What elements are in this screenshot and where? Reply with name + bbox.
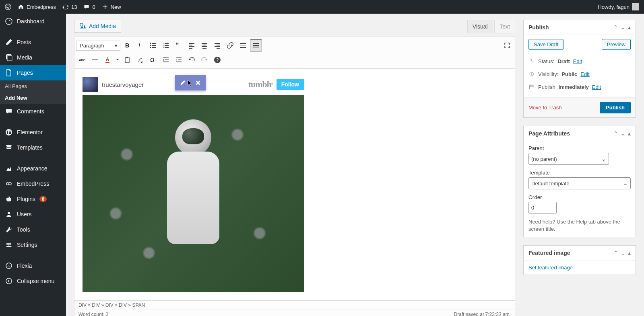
sidebar-item-plugins[interactable]: Plugins8 [0, 191, 66, 207]
readmore-button[interactable] [237, 39, 249, 51]
howdy-link[interactable]: Howdy, fagun [598, 3, 639, 10]
outdent-button[interactable] [160, 54, 172, 66]
edit-publish-link[interactable]: Edit [592, 84, 601, 90]
svg-rect-30 [165, 47, 169, 48]
sidebar-item-appearance[interactable]: Appearance [0, 161, 66, 176]
preview-button[interactable]: Preview [602, 39, 631, 50]
visual-tab[interactable]: Visual [467, 20, 493, 33]
svg-rect-47 [253, 43, 255, 44]
bold-button[interactable]: B [121, 39, 133, 51]
move-down-icon[interactable]: ⌄ [621, 24, 625, 31]
move-up-icon[interactable]: ⌃ [613, 130, 618, 137]
editor-toolbar: Paragraph B I 123 " ABC A [74, 37, 515, 68]
embed-avatar [83, 77, 98, 92]
cursor-icon [186, 80, 194, 87]
link-button[interactable] [224, 39, 236, 51]
order-input[interactable] [528, 202, 557, 213]
strikethrough-button[interactable]: ABC [76, 54, 88, 66]
svg-rect-41 [217, 45, 220, 45]
sidebar-item-settings[interactable]: Settings [0, 237, 66, 252]
hr-button[interactable] [89, 54, 101, 66]
calendar-icon [528, 84, 535, 90]
editor-body[interactable]: truestarvoyager tumblr Follow [74, 68, 515, 301]
word-count: Word count: 2 [78, 312, 108, 316]
sidebar-collapse[interactable]: Collapse menu [0, 273, 66, 289]
sidebar-item-users[interactable]: Users [0, 207, 66, 222]
sidebar-item-media[interactable]: Media [0, 50, 66, 65]
follow-button[interactable]: Follow [277, 79, 304, 90]
move-down-icon[interactable]: ⌄ [621, 130, 625, 137]
bullet-list-button[interactable] [147, 39, 159, 51]
sidebar-item-dashboard[interactable]: Dashboard [0, 14, 66, 29]
format-select[interactable]: Paragraph [76, 41, 120, 51]
sidebar-sub-add-new[interactable]: Add New [0, 92, 66, 104]
undo-button[interactable] [186, 54, 198, 66]
sidebar-item-embedpress[interactable]: EmbedPress [0, 176, 66, 191]
svg-rect-35 [189, 48, 192, 49]
fullscreen-button[interactable] [501, 39, 513, 51]
sidebar-item-tools[interactable]: Tools [0, 222, 66, 237]
clear-format-button[interactable] [134, 54, 146, 66]
align-right-button[interactable] [211, 39, 223, 51]
toggle-icon[interactable]: ▴ [628, 250, 631, 256]
align-left-button[interactable] [186, 39, 198, 51]
template-select[interactable]: Default template [528, 177, 631, 189]
kitchen-sink-button[interactable] [250, 39, 262, 51]
svg-rect-26 [165, 43, 169, 44]
special-char-button[interactable]: Ω [147, 54, 159, 66]
updates-link[interactable]: 13 [62, 4, 77, 10]
set-featured-image-link[interactable]: Set featured image [528, 265, 573, 271]
sidebar-item-comments[interactable]: Comments [0, 104, 66, 119]
svg-text:B: B [125, 42, 129, 49]
number-list-button[interactable]: 123 [160, 39, 172, 51]
new-link[interactable]: New [102, 4, 121, 10]
home-link[interactable]: Embedpress [18, 4, 56, 10]
sidebar-item-templates[interactable]: Templates [0, 140, 66, 155]
italic-button[interactable]: I [134, 39, 146, 51]
comments-link[interactable]: 0 [83, 4, 95, 10]
svg-rect-4 [7, 131, 8, 134]
edit-status-link[interactable]: Edit [573, 58, 582, 64]
sidebar-item-flexia[interactable]: Flexia [0, 258, 66, 273]
edit-visibility-link[interactable]: Edit [580, 71, 589, 77]
add-media-button[interactable]: Add Media [74, 20, 121, 33]
publish-button[interactable]: Publish [600, 102, 631, 113]
indent-button[interactable] [173, 54, 185, 66]
toggle-icon[interactable]: ▴ [628, 24, 631, 31]
svg-point-19 [150, 43, 151, 44]
sidebar-item-posts[interactable]: Posts [0, 35, 66, 50]
toggle-icon[interactable]: ▴ [628, 130, 631, 137]
move-up-icon[interactable]: ⌃ [613, 24, 618, 31]
move-down-icon[interactable]: ⌄ [621, 250, 625, 256]
text-color-button[interactable]: A [102, 54, 114, 66]
sidebar-sub-all-pages[interactable]: All Pages [0, 80, 66, 92]
svg-point-21 [150, 45, 151, 46]
sidebar-item-elementor[interactable]: Elementor [0, 125, 66, 140]
new-label: New [111, 4, 121, 10]
paste-text-button[interactable] [121, 54, 133, 66]
align-center-button[interactable] [198, 39, 211, 51]
svg-rect-22 [152, 45, 156, 46]
move-up-icon[interactable]: ⌃ [613, 250, 618, 256]
blockquote-button[interactable]: " [173, 39, 185, 51]
main-content: Add Media Visual Text Paragraph B I 123 … [66, 14, 523, 316]
svg-point-12 [8, 244, 9, 246]
publish-title: Publish [528, 24, 549, 31]
svg-rect-7 [9, 133, 11, 134]
help-button[interactable]: ? [211, 54, 223, 66]
svg-text:": " [175, 41, 179, 49]
svg-rect-43 [217, 48, 220, 49]
svg-rect-36 [202, 43, 207, 44]
wp-logo[interactable] [5, 4, 11, 10]
svg-rect-24 [152, 47, 156, 48]
add-media-label: Add Media [89, 23, 116, 29]
text-color-dropdown[interactable] [115, 54, 120, 66]
parent-select[interactable]: (no parent) [528, 153, 609, 165]
redo-button[interactable] [198, 54, 211, 66]
move-to-trash-link[interactable]: Move to Trash [528, 105, 561, 111]
save-draft-button[interactable]: Save Draft [528, 39, 564, 50]
text-tab[interactable]: Text [494, 20, 515, 33]
embed-edit-button[interactable] [175, 75, 190, 90]
sidebar-item-pages[interactable]: Pages [0, 65, 66, 80]
svg-rect-60 [163, 57, 169, 58]
